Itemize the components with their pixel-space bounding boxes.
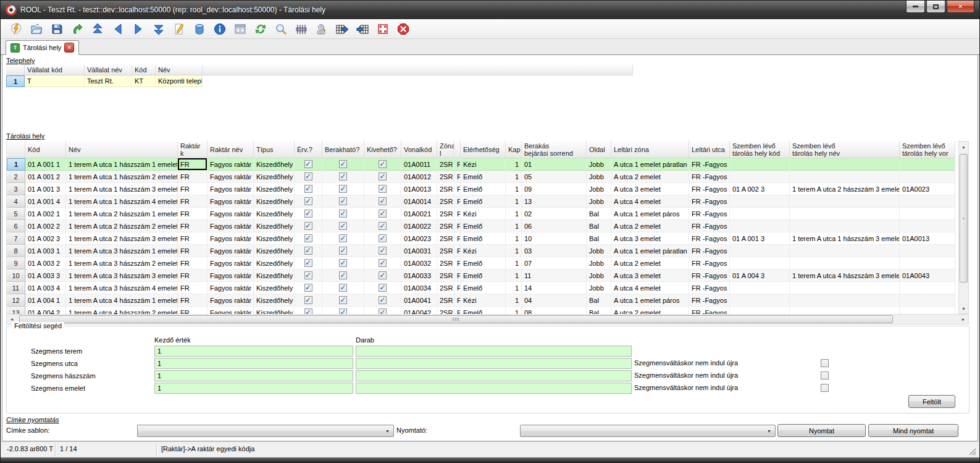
main-table-column-header[interactable]: Szemben lévő tárolás hely kód [730,141,790,158]
main-table-column-header[interactable]: Kap [506,141,522,158]
checkbox-checked-icon[interactable] [379,197,387,205]
kezdo-ertek-input[interactable]: 1 [154,358,353,369]
checkbox-checked-icon[interactable] [304,197,312,205]
cimke-nyomtatas-section-link[interactable]: Címke nyomtatás [6,416,59,423]
keyboard-input-icon[interactable] [315,22,329,36]
main-table-column-header[interactable]: Kód [25,141,66,158]
main-table-column-header[interactable]: Berakás bejárási sorrend [522,141,587,158]
main-table-column-header[interactable]: Raktár k [178,141,207,158]
minimize-button[interactable] [906,1,925,13]
main-table-column-header[interactable]: Zóna l [437,141,454,158]
checkbox-checked-icon[interactable] [379,172,387,181]
table-row[interactable]: 101 A 001 11 terem A utca 1 hászszám 1 e… [7,158,959,171]
checkbox-checked-icon[interactable] [339,234,347,242]
checkbox-checked-icon[interactable] [379,247,387,255]
row-number[interactable]: 2 [7,171,25,183]
first-record-icon[interactable] [91,22,104,36]
checkbox-checked-icon[interactable] [379,222,387,230]
checkbox-checked-icon[interactable] [304,210,312,218]
checkbox-checked-icon[interactable] [304,296,312,304]
main-table-column-header[interactable]: Szemben lévő tárolás hely vor [900,141,955,158]
checkbox-checked-icon[interactable] [379,160,387,168]
mind-nyomtat-button[interactable]: Mind nyomtat [868,424,958,437]
kezdo-ertek-input[interactable]: 1 [154,346,353,357]
table-row[interactable]: 701 A 002 31 terem A utca 2 hászszám 3 e… [7,232,959,245]
table-row[interactable]: 401 A 001 41 terem A utca 1 hászszám 4 e… [7,195,959,208]
scroll-right-icon[interactable]: ► [958,315,968,324]
tarolasi-hely-section-link[interactable]: Tárolási hely [6,132,44,140]
previous-record-icon[interactable] [111,22,125,36]
execute-icon[interactable] [9,22,23,36]
grid-red-icon[interactable] [376,22,390,36]
checkbox-checked-icon[interactable] [379,259,387,267]
nyomtat-button[interactable]: Nyomtat [777,424,866,437]
checkbox-checked-icon[interactable] [304,247,312,255]
close-button[interactable]: ✕ [947,1,974,13]
darab-input[interactable] [356,346,632,357]
main-table-column-header[interactable]: Berakható? [322,141,364,158]
main-table-column-header[interactable]: Vonalkód [401,141,437,158]
telephely-column-header[interactable]: Kód [132,65,156,75]
checkbox-checked-icon[interactable] [339,296,347,304]
checkbox-checked-icon[interactable] [304,259,312,267]
table-row[interactable]: 601 A 002 21 terem A utca 2 hászszám 2 e… [7,220,959,232]
checkbox-checked-icon[interactable] [339,197,347,205]
import-table-icon[interactable] [356,22,369,36]
table-row[interactable]: 1201 A 004 11 terem A utca 4 hászszám 1 … [7,294,959,307]
checkbox-checked-icon[interactable] [339,259,347,267]
info-icon[interactable] [213,22,227,36]
save-icon[interactable] [50,22,64,36]
export-table-icon[interactable] [335,22,349,36]
checkbox-checked-icon[interactable] [339,271,347,279]
tab-close-icon[interactable]: ✕ [64,43,74,53]
main-table-column-header[interactable] [454,141,461,158]
next-record-icon[interactable] [132,22,145,36]
database-icon[interactable] [193,22,206,36]
checkbox-unchecked-icon[interactable] [821,384,829,392]
table-row[interactable]: 301 A 001 31 terem A utca 1 hászszám 3 e… [7,183,959,195]
table-row[interactable]: 501 A 002 11 terem A utca 2 hászszám 1 e… [7,208,959,220]
checkbox-checked-icon[interactable] [339,308,347,314]
telephely-column-header[interactable]: Vállalat kód [25,65,85,75]
checkbox-checked-icon[interactable] [304,234,312,242]
checkbox-checked-icon[interactable] [339,222,347,230]
checkbox-checked-icon[interactable] [304,284,312,292]
checkbox-checked-icon[interactable] [339,172,347,181]
checkbox-checked-icon[interactable] [379,185,387,193]
horizontal-scroll-thumb[interactable]: ⦀⦀⦀ [19,315,893,323]
darab-input[interactable] [356,383,632,394]
main-table-column-header[interactable]: Elérhetőség [461,141,506,158]
vertical-scrollbar[interactable]: ▲ ≡ ▼ [958,141,969,314]
checkbox-checked-icon[interactable] [379,308,387,314]
edit-icon[interactable] [172,22,186,36]
kezdo-ertek-input[interactable]: 1 [154,383,353,394]
row-number[interactable]: 9 [7,257,25,270]
checkbox-checked-icon[interactable] [379,234,387,242]
cimke-sablon-combobox[interactable]: ▼ [137,425,394,437]
stop-icon[interactable] [396,22,410,36]
checkbox-checked-icon[interactable] [379,210,387,218]
tab-tarolasi-hely[interactable]: T Tárolási hely ✕ [6,40,79,55]
checkbox-checked-icon[interactable] [339,284,347,292]
checkbox-checked-icon[interactable] [379,271,387,279]
main-table-column-header[interactable]: Szemben lévő tárolás hely név [790,141,900,158]
kezdo-ertek-input[interactable]: 1 [154,370,353,381]
checkbox-checked-icon[interactable] [304,160,312,168]
row-number[interactable]: 11 [7,282,25,294]
feltolt-button[interactable]: Feltölt [908,395,955,408]
telephely-column-header[interactable]: Név [156,65,203,75]
row-number[interactable]: 13 [7,307,25,314]
vertical-scroll-thumb[interactable]: ≡ [960,154,968,282]
table-row[interactable]: 1101 A 003 41 terem A utca 3 hászszám 4 … [7,282,959,294]
row-number[interactable]: 7 [7,232,25,245]
row-number[interactable]: 12 [7,294,25,307]
form-view-icon[interactable] [233,22,247,36]
checkbox-checked-icon[interactable] [379,284,387,292]
main-table-column-header[interactable]: Kivehető? [364,141,401,158]
checkbox-checked-icon[interactable] [304,222,312,230]
row-number[interactable]: 3 [7,183,25,195]
row-number[interactable]: 1 [7,158,25,171]
main-table-column-header[interactable]: Oldal [587,141,611,158]
checkbox-checked-icon[interactable] [339,247,347,255]
table-row[interactable]: 901 A 003 21 terem A utca 3 hászszám 2 e… [7,257,959,270]
